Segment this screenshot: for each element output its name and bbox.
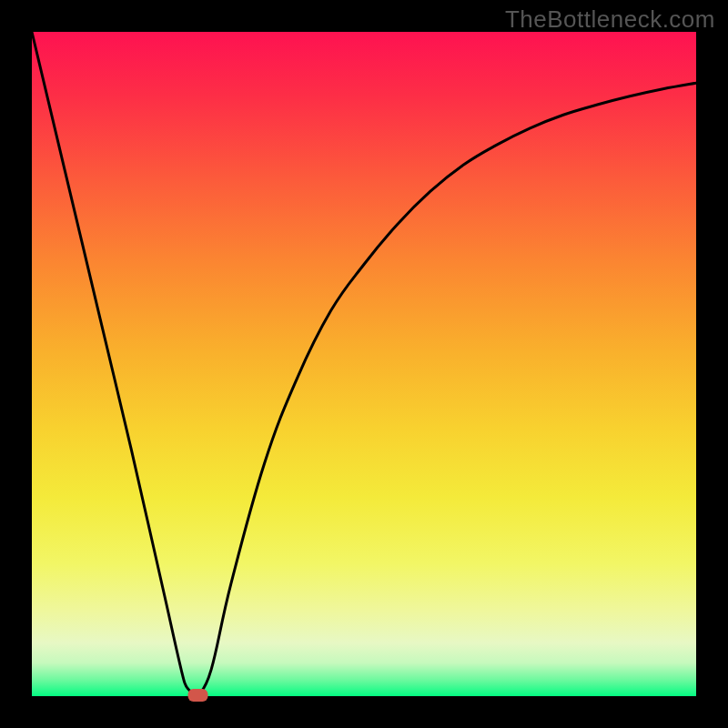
curve-path	[32, 32, 696, 696]
plot-area	[32, 32, 696, 696]
watermark-text: TheBottleneck.com	[505, 5, 715, 34]
minimum-marker	[188, 689, 208, 702]
chart-svg	[32, 32, 696, 696]
chart-container: TheBottleneck.com	[0, 0, 728, 728]
